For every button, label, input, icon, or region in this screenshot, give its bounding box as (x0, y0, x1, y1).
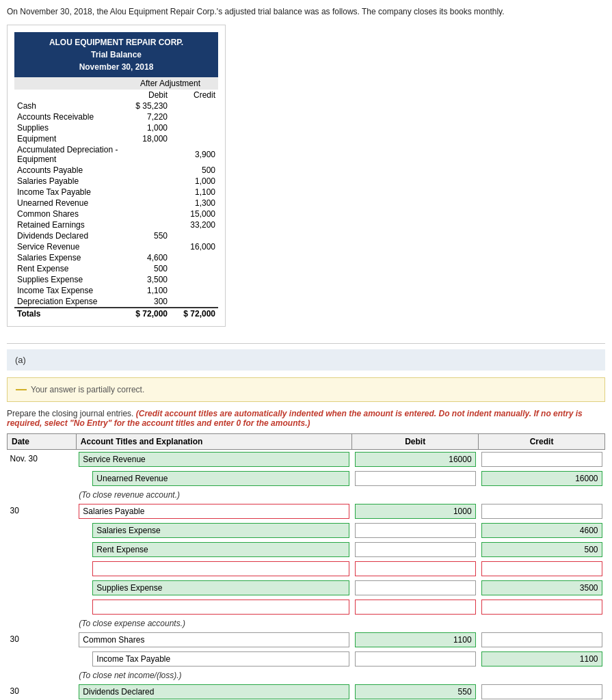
journal-debit-cell (352, 469, 479, 488)
debit-input[interactable] (355, 684, 476, 699)
journal-account-cell (76, 597, 351, 617)
tb-debit-cell (122, 208, 170, 219)
tb-debit-cell (122, 219, 170, 230)
tb-header: ALOU EQUIPMENT REPAIR CORP. Trial Balanc… (14, 32, 218, 77)
table-row: (To close expense accounts.) (8, 617, 605, 630)
journal-date: Nov. 30 (8, 450, 77, 470)
tb-credit-cell (170, 252, 218, 263)
credit-input[interactable] (481, 651, 602, 667)
journal-account-cell (76, 578, 351, 597)
tb-account-cell: Unearned Revenue (14, 198, 122, 208)
journal-credit-cell (479, 469, 605, 488)
journal-credit-cell (479, 450, 605, 470)
table-row (8, 597, 605, 617)
tb-debit-cell (122, 176, 170, 187)
debit-input[interactable] (355, 523, 476, 538)
credit-input[interactable] (481, 542, 602, 557)
debit-input[interactable] (355, 452, 476, 467)
table-row (8, 469, 605, 488)
debit-input[interactable] (355, 504, 476, 519)
debit-input[interactable] (355, 632, 476, 647)
account-input[interactable] (79, 452, 349, 467)
tb-debit-cell: 3,500 (122, 274, 170, 285)
credit-input[interactable] (481, 600, 602, 615)
tb-col-credit: Credit (170, 90, 218, 100)
tb-account-cell: Service Revenue (14, 241, 122, 252)
journal-header-credit: Credit (479, 434, 605, 450)
dash-icon: — (16, 383, 27, 396)
credit-input[interactable] (481, 561, 602, 576)
tb-credit-cell (170, 122, 218, 133)
credit-input[interactable] (481, 504, 602, 519)
tb-company: ALOU EQUIPMENT REPAIR CORP. (17, 36, 215, 49)
debit-input[interactable] (355, 580, 476, 595)
tb-account-cell: Retained Earnings (14, 219, 122, 230)
tb-credit-cell: $ 72,000 (170, 308, 218, 319)
journal-note: (To close revenue account.) (76, 488, 604, 502)
tb-title: Trial Balance (17, 49, 215, 61)
account-input[interactable] (92, 561, 349, 576)
journal-account-cell (76, 469, 351, 488)
journal-account-cell (76, 630, 351, 649)
debit-input[interactable] (355, 471, 476, 486)
journal-debit-cell (352, 559, 479, 578)
tb-account-cell: Equipment (14, 133, 122, 144)
debit-input[interactable] (355, 542, 476, 557)
table-row (8, 578, 605, 597)
journal-credit-cell (479, 578, 605, 597)
tb-debit-cell: 550 (122, 230, 170, 241)
debit-input[interactable] (355, 561, 476, 576)
tb-credit-cell: 1,100 (170, 187, 218, 198)
intro-text: On November 30, 2018, the Alou Equipment… (7, 7, 605, 16)
tb-credit-cell: 1,300 (170, 198, 218, 208)
account-input[interactable] (79, 504, 349, 519)
account-input[interactable] (92, 471, 349, 486)
tb-account-cell: Income Tax Expense (14, 285, 122, 296)
section-a: (a) (7, 349, 605, 371)
table-row (8, 540, 605, 559)
journal-credit-cell (479, 559, 605, 578)
instructions: Prepare the closing journal entries. (Cr… (7, 409, 605, 428)
credit-input[interactable] (481, 523, 602, 538)
account-input[interactable] (92, 542, 349, 557)
tb-account-cell: Depreciation Expense (14, 296, 122, 308)
debit-input[interactable] (355, 600, 476, 615)
tb-credit-cell: 500 (170, 165, 218, 176)
trial-balance-section: ALOU EQUIPMENT REPAIR CORP. Trial Balanc… (7, 25, 226, 327)
tb-credit-cell (170, 100, 218, 111)
journal-credit-cell (479, 502, 605, 521)
account-input[interactable] (92, 600, 349, 615)
table-row: 30 (8, 630, 605, 649)
journal-date (8, 559, 77, 578)
journal-debit-cell (352, 450, 479, 470)
journal-date (8, 649, 77, 669)
table-row (8, 649, 605, 669)
journal-debit-cell (352, 521, 479, 540)
credit-input[interactable] (481, 452, 602, 467)
account-input[interactable] (92, 580, 349, 595)
tb-subheader-label: After Adjustment (122, 77, 218, 90)
journal-date (8, 597, 77, 617)
tb-credit-cell: 33,200 (170, 219, 218, 230)
credit-input[interactable] (481, 471, 602, 486)
journal-date: 30 (8, 682, 77, 700)
tb-debit-cell: 500 (122, 263, 170, 274)
credit-input[interactable] (481, 684, 602, 699)
account-input[interactable] (79, 632, 349, 647)
account-input[interactable] (79, 684, 349, 699)
tb-account-cell: Totals (14, 308, 122, 319)
credit-input[interactable] (481, 580, 602, 595)
tb-credit-cell: 15,000 (170, 208, 218, 219)
tb-credit-cell (170, 263, 218, 274)
account-input[interactable] (92, 523, 349, 538)
journal-debit-cell (352, 649, 479, 669)
tb-credit-cell (170, 111, 218, 122)
journal-debit-cell (352, 540, 479, 559)
table-row (8, 521, 605, 540)
journal-table: Date Account Titles and Explanation Debi… (7, 433, 605, 700)
tb-account-cell: Salaries Payable (14, 176, 122, 187)
debit-input[interactable] (355, 651, 476, 667)
tb-account-cell: Supplies Expense (14, 274, 122, 285)
account-input[interactable] (92, 651, 349, 667)
credit-input[interactable] (481, 632, 602, 647)
